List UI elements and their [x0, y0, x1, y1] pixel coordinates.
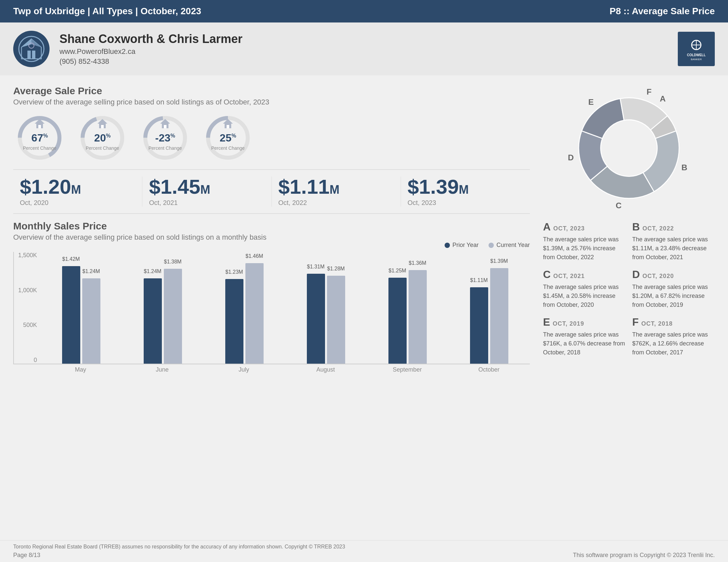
x-label-may: May [40, 366, 121, 373]
year-letter-5: F [632, 316, 639, 328]
y-axis: 1,500K1,000K500K0 [14, 252, 37, 364]
bar-current-label-2: $1.46M [241, 253, 268, 259]
price-year-0: Oct, 2020 [20, 199, 142, 206]
price-value-1: $1.45M [149, 176, 271, 197]
bar-current-may: $1.24M [82, 278, 100, 364]
bar-prior-label-0: $1.42M [58, 256, 84, 262]
year-detail-a: A Oct, 2023 The average sales price was … [543, 221, 626, 262]
bar-current-october: $1.39M [490, 268, 508, 364]
agent-info: Shane Coxworth & Chris Larmer www.Powero… [59, 32, 242, 66]
svg-text:A: A [660, 94, 666, 103]
gauge-item-2: -23% Percent Change [139, 113, 192, 163]
price-value-3: $1.39M [408, 176, 530, 197]
x-label-june: June [121, 366, 203, 373]
year-oct-4: Oct, 2019 [553, 320, 584, 327]
footer: Toronto Regional Real Estate Board (TRRE… [0, 540, 728, 562]
year-oct-1: Oct, 2022 [642, 225, 674, 232]
svg-text:COLDWELL: COLDWELL [687, 53, 706, 57]
year-desc-4: The average sales price was $716K, a 6.0… [543, 330, 626, 357]
monthly-subtitle: Overview of the average selling price ba… [13, 233, 530, 242]
bar-prior-september: $1.25M [388, 278, 407, 364]
year-desc-3: The average sales price was $1.20M, a 67… [632, 283, 715, 310]
year-desc-1: The average sales price was $1.11M, a 23… [632, 235, 715, 262]
year-detail-b: B Oct, 2022 The average sales price was … [632, 221, 715, 262]
year-letter-4: E [543, 316, 550, 328]
avg-sale-title: Average Sale Price [13, 85, 530, 96]
agent-phone: (905) 852-4338 [59, 57, 242, 66]
header-left: Twp of Uxbridge | All Types | October, 2… [13, 6, 201, 17]
price-year-3: Oct, 2023 [408, 199, 530, 206]
monthly-section: Monthly Sales Price Overview of the aver… [13, 220, 530, 530]
svg-text:C: C [616, 201, 622, 210]
price-item-3: $1.39M Oct, 2023 [401, 176, 530, 206]
bar-prior-label-2: $1.23M [221, 269, 247, 275]
gauge-item-0: 67% Percent Change [13, 113, 66, 163]
year-letter-2: C [543, 268, 551, 281]
svg-rect-4 [27, 51, 31, 59]
bar-current-label-1: $1.38M [160, 259, 186, 265]
bar-current-label-4: $1.36M [404, 260, 431, 266]
year-detail-d: D Oct, 2020 The average sales price was … [632, 268, 715, 310]
bar-current-june: $1.38M [164, 269, 182, 364]
bar-prior-july: $1.23M [225, 279, 243, 364]
price-value-2: $1.11M [278, 176, 401, 197]
avg-sale-subtitle: Overview of the average selling price ba… [13, 98, 530, 106]
year-detail-f: F Oct, 2018 The average sales price was … [632, 316, 715, 357]
price-value-0: $1.20M [20, 176, 142, 197]
x-label-july: July [203, 366, 285, 373]
bar-group-october: $1.11M$1.39M [448, 268, 530, 364]
bar-current-july: $1.46M [245, 263, 264, 364]
bar-prior-label-1: $1.24M [139, 268, 166, 274]
bar-group-september: $1.25M$1.36M [367, 270, 448, 364]
bar-current-label-3: $1.28M [323, 266, 349, 272]
footer-copyright: This software program is Copyright © 202… [573, 552, 715, 559]
current-dot [489, 243, 494, 248]
year-detail-e: E Oct, 2019 The average sales price was … [543, 316, 626, 357]
chart-legend: Prior Year Current Year [13, 242, 530, 248]
brand-logo: COLDWELL BANKER [678, 32, 715, 66]
bar-prior-label-5: $1.11M [466, 277, 492, 283]
bar-group-august: $1.31M$1.28M [285, 274, 367, 364]
agent-website: www.PowerofBluex2.ca [59, 47, 242, 56]
svg-text:BANKER: BANKER [691, 58, 702, 61]
year-detail-c: C Oct, 2021 The average sales price was … [543, 268, 626, 310]
y-axis-label: 1,000K [14, 287, 37, 294]
year-desc-0: The average sales price was $1.39M, a 25… [543, 235, 626, 262]
year-letter-3: D [632, 268, 640, 281]
price-year-2: Oct, 2022 [278, 199, 401, 206]
bar-group-july: $1.23M$1.46M [203, 263, 285, 364]
legend-current: Current Year [489, 242, 530, 248]
year-details: A Oct, 2023 The average sales price was … [543, 221, 715, 357]
y-axis-label: 500K [14, 322, 37, 329]
svg-text:D: D [568, 153, 574, 162]
agent-logo-circle [13, 31, 50, 67]
y-axis-label: 1,500K [14, 252, 37, 259]
price-year-1: Oct, 2021 [149, 199, 271, 206]
bar-prior-august: $1.31M [307, 274, 325, 364]
gauges-row: 67% Percent Change 20% Percent Change [13, 113, 530, 163]
bar-prior-may: $1.42M [62, 266, 80, 364]
monthly-title: Monthly Sales Price [13, 220, 530, 232]
year-oct-3: Oct, 2020 [642, 273, 674, 280]
svg-rect-5 [32, 51, 35, 59]
svg-text:F: F [647, 87, 652, 96]
year-letter-1: B [632, 221, 640, 233]
header-right: P8 :: Average Sale Price [609, 6, 715, 17]
legend-prior-label: Prior Year [453, 242, 479, 248]
year-letter-0: A [543, 221, 551, 233]
legend-current-label: Current Year [496, 242, 530, 248]
footer-page: Page 8/13 [13, 552, 40, 559]
year-oct-2: Oct, 2021 [553, 273, 585, 280]
price-item-1: $1.45M Oct, 2021 [142, 176, 272, 206]
legend-prior: Prior Year [445, 242, 479, 248]
avg-sale-section: Average Sale Price Overview of the avera… [13, 85, 530, 214]
bar-current-label-0: $1.24M [78, 268, 104, 274]
bar-current-august: $1.28M [327, 276, 345, 364]
gauge-item-3: 25% Percent Change [201, 113, 254, 163]
price-item-2: $1.11M Oct, 2022 [272, 176, 401, 206]
bar-group-june: $1.24M$1.38M [122, 269, 203, 364]
year-oct-5: Oct, 2018 [641, 320, 673, 327]
svg-text:E: E [588, 97, 594, 106]
prices-row: $1.20M Oct, 2020 $1.45M Oct, 2021 $1.11M… [13, 169, 530, 214]
prior-dot [445, 243, 450, 248]
